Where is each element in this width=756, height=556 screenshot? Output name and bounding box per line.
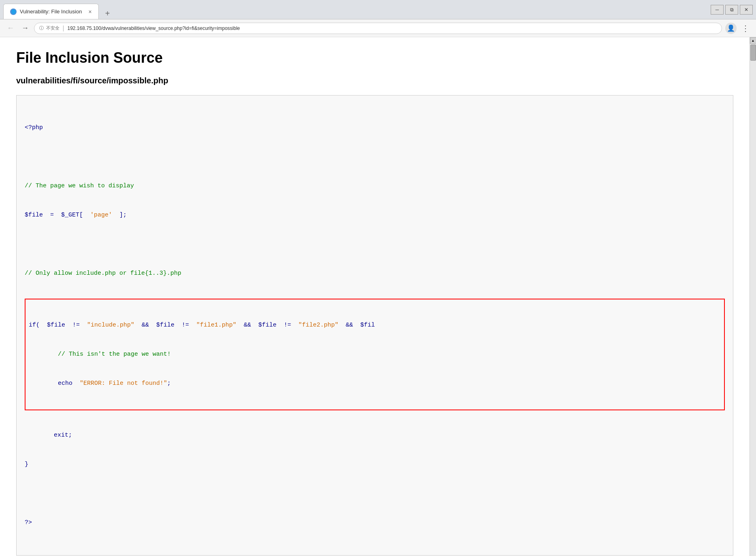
code-line-6: // Only allow include.php or file{1..3}.… xyxy=(25,269,725,278)
code-line-1: <?php xyxy=(25,123,725,133)
title-bar: 🌐 Vulnerability: File Inclusion × + ─ ⧉ … xyxy=(0,0,756,19)
address-separator: │ xyxy=(62,25,65,31)
code-line-11: } xyxy=(25,460,725,469)
minimize-button[interactable]: ─ xyxy=(711,5,724,15)
scroll-thumb[interactable] xyxy=(750,45,756,61)
security-icon: ⓘ xyxy=(39,25,44,31)
code-line-3: // The page we wish to display xyxy=(25,181,725,191)
browser-window: 🌐 Vulnerability: File Inclusion × + ─ ⧉ … xyxy=(0,0,756,556)
code-line-7: if( $file != "include.php" && $file != "… xyxy=(29,320,721,330)
code-line-5 xyxy=(25,240,725,249)
code-line-2 xyxy=(25,152,725,162)
main-content[interactable]: File Inclusion Source vulnerabilities/fi… xyxy=(0,37,750,556)
security-label: 不安全 xyxy=(46,25,59,31)
address-url[interactable]: 192.168.75.100/dvwa/vulnerabilities/view… xyxy=(68,25,240,31)
code-line-4: $file = $_GET[ 'page' ]; xyxy=(25,210,725,220)
vertical-scrollbar[interactable]: ▲ ▼ xyxy=(750,37,756,556)
code-line-9: echo "ERROR: File not found!"; xyxy=(29,379,721,388)
restore-button[interactable]: ⧉ xyxy=(725,5,738,15)
window-controls: ─ ⧉ ✕ xyxy=(711,5,753,15)
active-tab[interactable]: 🌐 Vulnerability: File Inclusion × xyxy=(3,4,99,19)
forward-button[interactable]: → xyxy=(19,23,31,34)
page-title: File Inclusion Source xyxy=(16,49,733,66)
code-line-13: ?> xyxy=(25,518,725,528)
tab-area: 🌐 Vulnerability: File Inclusion × + xyxy=(3,0,711,19)
new-tab-button[interactable]: + xyxy=(102,8,113,19)
menu-button[interactable]: ⋮ xyxy=(740,22,751,35)
code-line-12 xyxy=(25,489,725,499)
nav-bar: ← → ⓘ 不安全 │ 192.168.75.100/dvwa/vulnerab… xyxy=(0,19,756,37)
scroll-up-button[interactable]: ▲ xyxy=(750,37,756,44)
code-line-10: exit; xyxy=(25,431,725,440)
close-button[interactable]: ✕ xyxy=(740,5,753,15)
code-line-8: // This isn't the page we want! xyxy=(29,350,721,359)
profile-button[interactable]: 👤 xyxy=(725,23,737,34)
code-block: <?php // The page we wish to display $fi… xyxy=(16,95,733,556)
tab-favicon-icon: 🌐 xyxy=(10,8,17,15)
back-button[interactable]: ← xyxy=(5,23,16,34)
content-area: File Inclusion Source vulnerabilities/fi… xyxy=(0,37,756,556)
tab-title: Vulnerability: File Inclusion xyxy=(20,8,82,15)
address-bar[interactable]: ⓘ 不安全 │ 192.168.75.100/dvwa/vulnerabilit… xyxy=(34,23,722,34)
highlight-box: if( $file != "include.php" && $file != "… xyxy=(25,299,725,410)
tab-close-button[interactable]: × xyxy=(88,8,91,15)
file-path: vulnerabilities/fi/source/impossible.php xyxy=(16,76,733,85)
